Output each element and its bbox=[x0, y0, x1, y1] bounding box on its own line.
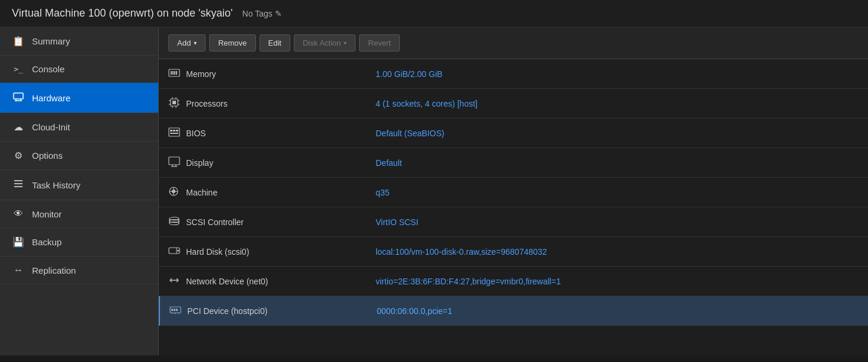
svg-rect-26 bbox=[170, 133, 178, 134]
table-row[interactable]: Memory 1.00 GiB/2.00 GiB bbox=[159, 59, 868, 89]
machine-label: Machine bbox=[186, 188, 376, 197]
summary-icon: 📋 bbox=[12, 36, 25, 47]
sidebar-item-label: Summary bbox=[32, 36, 70, 46]
sidebar-item-monitor[interactable]: 👁 Monitor bbox=[0, 200, 158, 228]
display-value: Default bbox=[376, 158, 859, 168]
table-row[interactable]: Hard Disk (scsi0) local:100/vm-100-disk-… bbox=[159, 237, 868, 267]
svg-rect-10 bbox=[174, 71, 175, 75]
main-layout: 📋 Summary >_ Console Hardware ☁ Cloud-In… bbox=[0, 27, 868, 355]
svg-rect-22 bbox=[169, 128, 180, 136]
sidebar-item-summary[interactable]: 📋 Summary bbox=[0, 27, 158, 56]
pci-device-label: PCI Device (hostpci0) bbox=[187, 306, 377, 316]
network-device-icon bbox=[168, 275, 186, 287]
svg-rect-27 bbox=[169, 157, 180, 165]
table-row[interactable]: Machine q35 bbox=[159, 178, 868, 207]
processors-label: Processors bbox=[186, 99, 376, 108]
display-icon bbox=[168, 156, 186, 169]
vm-title: Virtual Machine 100 (openwrt) on node 's… bbox=[12, 7, 233, 20]
sidebar-item-label: Console bbox=[32, 64, 65, 74]
hardware-icon bbox=[12, 91, 25, 104]
table-row[interactable]: Network Device (net0) virtio=2E:3B:6F:BD… bbox=[159, 267, 868, 296]
bios-icon bbox=[168, 127, 186, 139]
scsi-controller-value: VirtIO SCSI bbox=[376, 217, 859, 227]
add-button[interactable]: Add ▾ bbox=[168, 34, 206, 52]
toolbar: Add ▾ Remove Edit Disk Action ▾ Revert bbox=[159, 27, 868, 59]
svg-rect-48 bbox=[174, 309, 175, 311]
monitor-icon: 👁 bbox=[12, 209, 25, 219]
svg-rect-24 bbox=[173, 130, 175, 132]
network-device-label: Network Device (net0) bbox=[186, 277, 376, 286]
processors-icon bbox=[168, 97, 186, 110]
sidebar-item-label: Cloud-Init bbox=[32, 122, 70, 132]
svg-rect-11 bbox=[176, 71, 177, 75]
hard-disk-label: Hard Disk (scsi0) bbox=[186, 247, 376, 257]
sidebar: 📋 Summary >_ Console Hardware ☁ Cloud-In… bbox=[0, 27, 159, 355]
sidebar-item-label: Replication bbox=[32, 265, 76, 275]
memory-label: Memory bbox=[186, 69, 376, 79]
backup-icon: 💾 bbox=[12, 236, 25, 248]
sidebar-item-label: Task History bbox=[32, 180, 81, 190]
pci-device-value: 0000:06:00.0,pcie=1 bbox=[377, 306, 859, 316]
options-icon: ⚙ bbox=[12, 150, 25, 161]
cloud-init-icon: ☁ bbox=[12, 121, 25, 133]
memory-value: 1.00 GiB/2.00 GiB bbox=[376, 69, 859, 79]
pci-device-icon bbox=[169, 305, 187, 316]
disk-action-button[interactable]: Disk Action ▾ bbox=[294, 34, 355, 52]
svg-point-44 bbox=[177, 250, 179, 252]
table-row[interactable]: PCI Device (hostpci0) 0000:06:00.0,pcie=… bbox=[159, 296, 868, 326]
sidebar-item-label: Backup bbox=[32, 237, 62, 247]
hard-disk-icon bbox=[168, 246, 186, 257]
table-row[interactable]: BIOS Default (SeaBIOS) bbox=[159, 118, 868, 148]
title-bar: Virtual Machine 100 (openwrt) on node 's… bbox=[0, 0, 868, 27]
tags-edit-icon[interactable]: ✎ bbox=[275, 9, 282, 18]
svg-rect-25 bbox=[176, 130, 178, 132]
sidebar-item-label: Options bbox=[32, 150, 63, 161]
network-device-value: virtio=2E:3B:6F:BD:F4:27,bridge=vmbr0,fi… bbox=[376, 277, 859, 286]
bios-value: Default (SeaBIOS) bbox=[376, 129, 859, 138]
hardware-table: Memory 1.00 GiB/2.00 GiB Processors 4 (1… bbox=[159, 59, 868, 355]
sidebar-item-backup[interactable]: 💾 Backup bbox=[0, 228, 158, 257]
sidebar-item-label: Monitor bbox=[32, 209, 62, 219]
memory-icon bbox=[168, 68, 186, 79]
svg-rect-5 bbox=[14, 183, 23, 184]
table-row[interactable]: Processors 4 (1 sockets, 4 cores) [host] bbox=[159, 89, 868, 118]
remove-button[interactable]: Remove bbox=[209, 34, 255, 52]
content-area: Add ▾ Remove Edit Disk Action ▾ Revert bbox=[159, 27, 868, 355]
machine-icon bbox=[168, 186, 186, 198]
sidebar-item-task-history[interactable]: Task History bbox=[0, 170, 158, 200]
svg-rect-49 bbox=[176, 309, 178, 311]
sidebar-item-options[interactable]: ⚙ Options bbox=[0, 142, 158, 170]
display-label: Display bbox=[186, 158, 376, 168]
svg-rect-8 bbox=[171, 71, 172, 75]
sidebar-item-hardware[interactable]: Hardware bbox=[0, 83, 158, 113]
svg-rect-23 bbox=[170, 130, 172, 132]
revert-button[interactable]: Revert bbox=[359, 34, 399, 52]
svg-point-32 bbox=[172, 190, 175, 193]
machine-value: q35 bbox=[376, 188, 859, 197]
hard-disk-value: local:100/vm-100-disk-0.raw,size=9680748… bbox=[376, 247, 859, 257]
svg-rect-9 bbox=[172, 71, 174, 75]
svg-rect-13 bbox=[172, 101, 176, 104]
replication-icon: ↔ bbox=[12, 265, 25, 275]
svg-rect-4 bbox=[14, 180, 23, 181]
task-history-icon bbox=[12, 178, 25, 191]
sidebar-item-replication[interactable]: ↔ Replication bbox=[0, 257, 158, 284]
disk-action-dropdown-arrow: ▾ bbox=[344, 40, 347, 46]
scsi-controller-icon bbox=[168, 216, 186, 228]
add-dropdown-arrow: ▾ bbox=[194, 40, 197, 46]
sidebar-item-cloud-init[interactable]: ☁ Cloud-Init bbox=[0, 113, 158, 142]
scsi-controller-label: SCSI Controller bbox=[186, 217, 376, 227]
table-row[interactable]: Display Default bbox=[159, 148, 868, 178]
processors-value: 4 (1 sockets, 4 cores) [host] bbox=[376, 99, 859, 108]
edit-button[interactable]: Edit bbox=[260, 34, 290, 52]
svg-rect-6 bbox=[14, 186, 23, 187]
tags-label[interactable]: No Tags ✎ bbox=[242, 9, 282, 18]
console-icon: >_ bbox=[12, 65, 25, 73]
bios-label: BIOS bbox=[186, 129, 376, 138]
table-row[interactable]: SCSI Controller VirtIO SCSI bbox=[159, 207, 868, 237]
sidebar-item-label: Hardware bbox=[32, 93, 71, 103]
svg-rect-0 bbox=[14, 93, 23, 99]
sidebar-item-console[interactable]: >_ Console bbox=[0, 56, 158, 83]
svg-rect-47 bbox=[171, 309, 173, 311]
